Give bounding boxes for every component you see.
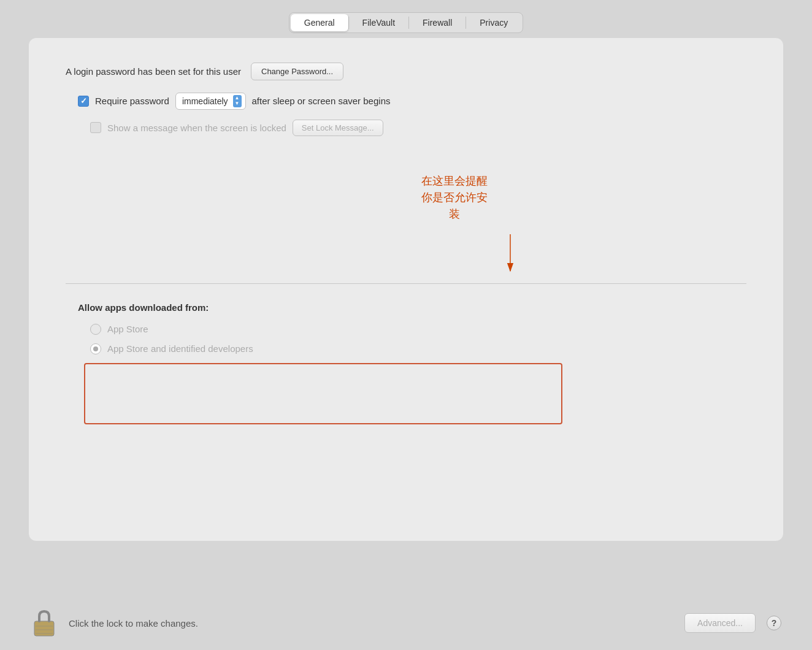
radio-app-store-developers[interactable] <box>90 343 101 354</box>
bottom-bar: Click the lock to make changes. Advanced… <box>0 596 812 650</box>
annotation-text: 在这里会提醒你是否允许安装 <box>421 173 488 223</box>
section-divider <box>66 283 746 284</box>
require-password-row: Require password immediately ▲ ▼ after s… <box>78 93 746 110</box>
require-password-label: Require password <box>95 96 169 106</box>
main-panel: A login password has been set for this u… <box>29 38 783 541</box>
immediately-value: immediately <box>182 96 228 106</box>
radio-app-store-label: App Store <box>107 324 148 334</box>
show-message-label: Show a message when the screen is locked <box>107 123 286 133</box>
lock-icon[interactable] <box>31 607 58 639</box>
allow-apps-title: Allow apps downloaded from: <box>78 302 746 313</box>
radio-app-store-developers-row: App Store and identified developers <box>90 343 746 354</box>
tab-bar: General FileVault Firewall Privacy <box>289 12 523 33</box>
annotation-area: 在这里会提醒你是否允许安装 <box>66 155 746 277</box>
arrow-down-icon: ▼ <box>235 101 240 107</box>
allow-apps-section: Allow apps downloaded from: App Store Ap… <box>78 302 746 424</box>
tab-general[interactable]: General <box>291 14 348 31</box>
advanced-button[interactable]: Advanced... <box>684 613 756 633</box>
show-message-checkbox[interactable] <box>90 122 101 133</box>
highlight-box <box>84 363 562 424</box>
require-password-checkbox[interactable] <box>78 96 89 107</box>
annotation-arrow <box>66 155 746 277</box>
click-lock-text: Click the lock to make changes. <box>69 618 673 629</box>
dropdown-arrows-icon: ▲ ▼ <box>233 95 242 107</box>
radio-app-store-developers-label: App Store and identified developers <box>107 343 253 354</box>
tab-privacy[interactable]: Privacy <box>466 14 521 31</box>
lock-svg <box>32 608 56 638</box>
tab-filevault[interactable]: FileVault <box>349 14 408 31</box>
tab-firewall[interactable]: Firewall <box>409 14 465 31</box>
immediately-dropdown[interactable]: immediately ▲ ▼ <box>175 93 246 110</box>
show-message-row: Show a message when the screen is locked… <box>90 120 746 136</box>
password-set-label: A login password has been set for this u… <box>66 66 241 77</box>
after-sleep-label: after sleep or screen saver begins <box>252 96 391 106</box>
help-button[interactable]: ? <box>767 616 781 630</box>
radio-app-store-row: App Store <box>90 324 746 335</box>
set-lock-message-button[interactable]: Set Lock Message... <box>293 120 383 136</box>
password-section: A login password has been set for this u… <box>66 63 746 80</box>
change-password-button[interactable]: Change Password... <box>251 63 343 80</box>
radio-app-store[interactable] <box>90 324 101 335</box>
